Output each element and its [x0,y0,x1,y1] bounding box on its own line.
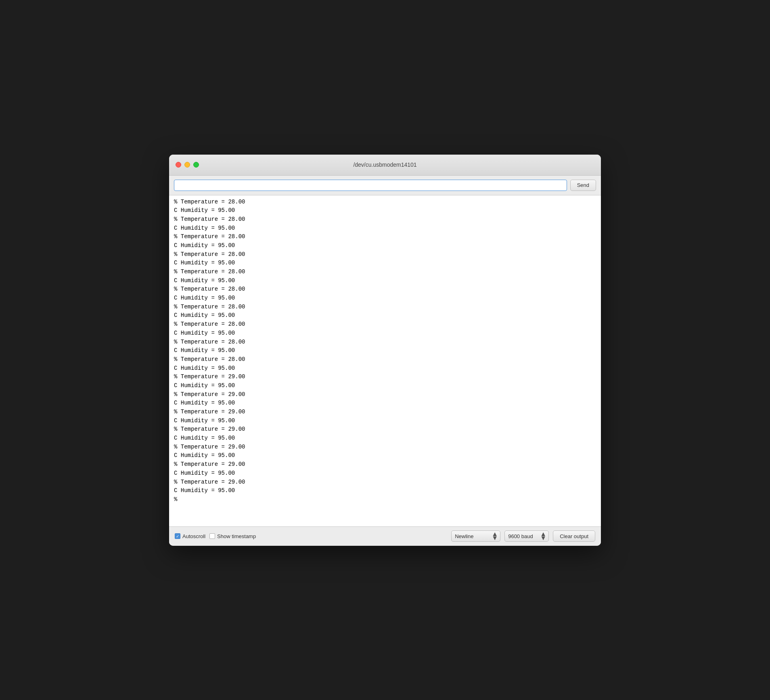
output-line: % Temperature = 28.00 [174,303,596,312]
output-line: % [174,495,596,504]
output-line: C Humidity = 95.00 [174,434,596,443]
output-line: C Humidity = 95.00 [174,346,596,355]
newline-select-wrapper: NewlineNo line endingCarriage returnBoth… [451,530,500,542]
output-line: % Temperature = 28.00 [174,215,596,224]
output-line: C Humidity = 95.00 [174,329,596,338]
show-timestamp-group: Show timestamp [209,533,256,539]
maximize-button[interactable] [193,162,199,168]
output-line: C Humidity = 95.00 [174,311,596,320]
output-line: C Humidity = 95.00 [174,451,596,460]
output-line: % Temperature = 28.00 [174,355,596,364]
output-line: % Temperature = 29.00 [174,408,596,417]
newline-select[interactable]: NewlineNo line endingCarriage returnBoth… [451,530,500,542]
toolbar: Send [169,176,601,195]
traffic-lights [176,162,199,168]
send-input[interactable] [174,180,567,191]
show-timestamp-label: Show timestamp [217,533,256,539]
output-line: C Humidity = 95.00 [174,206,596,215]
output-line: C Humidity = 95.00 [174,486,596,495]
baud-select[interactable]: 300 baud1200 baud2400 baud4800 baud9600 … [504,530,549,542]
autoscroll-group: ✓ Autoscroll [175,533,205,539]
output-line: C Humidity = 95.00 [174,417,596,425]
output-line: % Temperature = 29.00 [174,425,596,434]
autoscroll-label: Autoscroll [182,533,205,539]
window-title: /dev/cu.usbmodem14101 [353,161,416,168]
output-line: C Humidity = 95.00 [174,381,596,390]
send-button[interactable]: Send [570,180,596,191]
output-line: % Temperature = 28.00 [174,233,596,241]
statusbar: ✓ Autoscroll Show timestamp NewlineNo li… [169,526,601,546]
output-line: % Temperature = 29.00 [174,478,596,487]
output-line: % Temperature = 28.00 [174,338,596,347]
autoscroll-checkbox[interactable]: ✓ [175,533,180,539]
output-line: C Humidity = 95.00 [174,224,596,233]
output-line: % Temperature = 28.00 [174,268,596,277]
output-line: % Temperature = 28.00 [174,250,596,259]
serial-monitor-window: /dev/cu.usbmodem14101 Send % Temperature… [169,155,601,546]
output-line: C Humidity = 95.00 [174,469,596,478]
clear-output-button[interactable]: Clear output [553,530,595,542]
output-line: % Temperature = 29.00 [174,373,596,381]
output-line: % Temperature = 28.00 [174,198,596,207]
output-line: C Humidity = 95.00 [174,399,596,408]
baud-select-wrapper: 300 baud1200 baud2400 baud4800 baud9600 … [504,530,549,542]
show-timestamp-checkbox[interactable] [209,533,215,539]
output-line: % Temperature = 29.00 [174,443,596,452]
output-line: % Temperature = 29.00 [174,390,596,399]
output-line: % Temperature = 28.00 [174,320,596,329]
output-line: % Temperature = 29.00 [174,460,596,469]
output-line: % Temperature = 28.00 [174,285,596,294]
close-button[interactable] [176,162,181,168]
output-line: C Humidity = 95.00 [174,241,596,250]
output-area[interactable]: % Temperature = 28.00C Humidity = 95.00%… [169,195,601,526]
output-line: C Humidity = 95.00 [174,277,596,285]
minimize-button[interactable] [184,162,190,168]
output-line: C Humidity = 95.00 [174,364,596,373]
output-line: C Humidity = 95.00 [174,294,596,303]
titlebar: /dev/cu.usbmodem14101 [169,155,601,176]
output-line: C Humidity = 95.00 [174,259,596,268]
